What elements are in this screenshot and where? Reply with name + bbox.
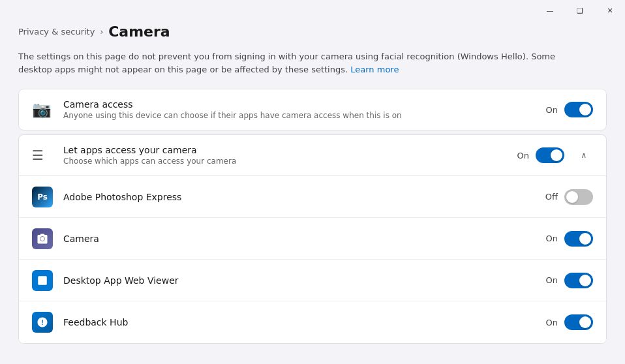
ps-title: Adobe Photoshop Express <box>63 192 545 202</box>
let-apps-toggle-knob <box>551 149 562 161</box>
dawv-text: Desktop App Web Viewer <box>61 275 546 286</box>
page-title: Camera <box>108 23 170 40</box>
fb-toggle-area: On <box>546 314 593 330</box>
minimize-button[interactable]: — <box>535 0 565 21</box>
let-apps-toggle[interactable] <box>536 147 564 163</box>
expand-button[interactable]: ∧ <box>575 146 593 164</box>
let-apps-row: ☰ Let apps access your camera Choose whi… <box>18 134 607 176</box>
fb-toggle[interactable] <box>564 314 593 330</box>
svg-point-0 <box>40 237 44 241</box>
table-row: Desktop App Web Viewer On <box>19 260 606 301</box>
fb-icon-area <box>32 312 61 333</box>
fb-toggle-knob <box>579 316 591 328</box>
ps-icon-area: Ps <box>32 187 61 207</box>
desktop-app-web-viewer-icon <box>32 270 53 291</box>
cam-app-text: Camera <box>61 234 546 244</box>
camera-access-toggle-label: On <box>546 105 558 115</box>
dawv-toggle-knob <box>579 275 591 286</box>
svg-rect-1 <box>38 276 47 285</box>
ps-toggle-knob <box>566 191 578 203</box>
list-icon-area: ☰ <box>32 147 61 163</box>
learn-more-link[interactable]: Learn more <box>350 65 399 74</box>
ps-toggle-area: Off <box>545 189 593 205</box>
camera-access-row: 📷 Camera access Anyone using this device… <box>18 89 607 130</box>
breadcrumb-chevron: › <box>100 27 103 37</box>
ps-text: Adobe Photoshop Express <box>61 192 545 202</box>
camera-access-toggle-area: On <box>546 102 593 117</box>
ps-toggle-label: Off <box>545 192 558 202</box>
let-apps-title: Let apps access your camera <box>63 145 517 155</box>
breadcrumb-parent[interactable]: Privacy & security <box>18 27 95 37</box>
camera-access-subtitle: Anyone using this device can choose if t… <box>63 111 546 120</box>
camera-settings-icon: 📷 <box>32 100 52 119</box>
cam-app-toggle[interactable] <box>564 231 593 247</box>
table-row: Ps Adobe Photoshop Express Off <box>19 176 606 218</box>
let-apps-toggle-label: On <box>517 151 529 160</box>
page-description: The settings on this page do not prevent… <box>18 50 579 76</box>
fb-text: Feedback Hub <box>61 317 546 327</box>
breadcrumb: Privacy & security › Camera <box>18 23 607 40</box>
dawv-title: Desktop App Web Viewer <box>63 275 546 286</box>
fb-toggle-label: On <box>546 318 558 327</box>
camera-access-text: Camera access Anyone using this device c… <box>61 99 546 120</box>
camera-app-icon <box>32 228 53 249</box>
main-content: Privacy & security › Camera The settings… <box>0 5 625 344</box>
fb-title: Feedback Hub <box>63 317 546 327</box>
camera-access-title: Camera access <box>63 99 546 110</box>
chevron-up-icon: ∧ <box>581 151 587 160</box>
dawv-toggle[interactable] <box>564 273 593 288</box>
titlebar: — ❑ ✕ <box>535 0 625 21</box>
let-apps-toggle-area: On ∧ <box>517 146 593 164</box>
feedback-hub-icon <box>32 312 53 333</box>
dawv-toggle-area: On <box>546 273 593 288</box>
ps-toggle[interactable] <box>564 189 593 205</box>
let-apps-subtitle: Choose which apps can access your camera <box>63 157 517 166</box>
close-button[interactable]: ✕ <box>595 0 625 21</box>
cam-app-toggle-label: On <box>546 234 558 243</box>
cam-app-title: Camera <box>63 234 546 244</box>
settings-container: 📷 Camera access Anyone using this device… <box>18 89 607 344</box>
table-row: Feedback Hub On <box>19 301 606 343</box>
camera-icon-area: 📷 <box>32 100 61 119</box>
cam-app-toggle-knob <box>579 233 591 245</box>
let-apps-text: Let apps access your camera Choose which… <box>61 145 517 166</box>
maximize-button[interactable]: ❑ <box>565 0 595 21</box>
camera-access-toggle[interactable] <box>564 102 593 117</box>
apps-list: Ps Adobe Photoshop Express Off <box>18 176 607 344</box>
cam-app-icon-area <box>32 228 61 249</box>
cam-app-toggle-area: On <box>546 231 593 247</box>
dawv-toggle-label: On <box>546 275 558 285</box>
table-row: Camera On <box>19 218 606 260</box>
list-icon: ☰ <box>32 147 44 163</box>
camera-access-toggle-knob <box>579 104 591 115</box>
dawv-icon-area <box>32 270 61 291</box>
photoshop-express-icon: Ps <box>32 187 53 207</box>
